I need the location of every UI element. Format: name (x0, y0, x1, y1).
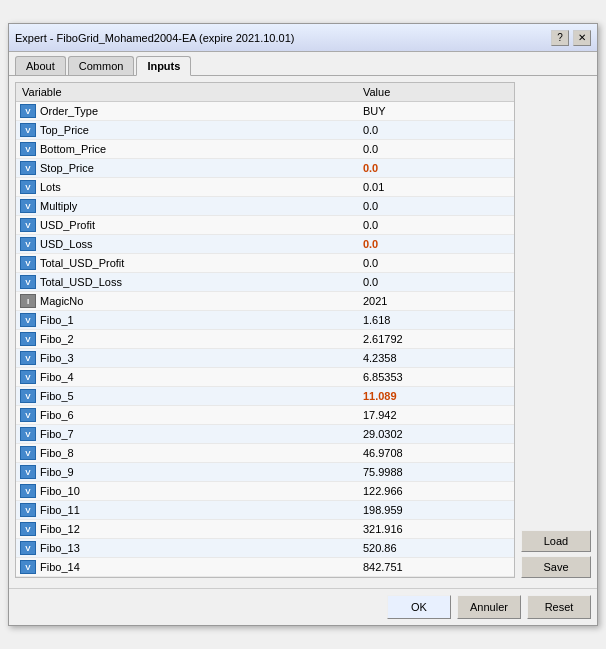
variable-cell: VTotal_USD_Profit (16, 254, 357, 273)
table-row[interactable]: VTotal_USD_Profit0.0 (16, 254, 514, 273)
variable-name: USD_Loss (40, 238, 93, 250)
value-cell: 0.0 (357, 216, 514, 235)
var-icon: V (20, 427, 36, 441)
table-row[interactable]: IMagicNo2021 (16, 292, 514, 311)
table-row[interactable]: VTop_Price0.0 (16, 121, 514, 140)
table-row[interactable]: VFibo_11.618 (16, 311, 514, 330)
variable-name: Fibo_1 (40, 314, 74, 326)
var-icon: V (20, 465, 36, 479)
save-button[interactable]: Save (521, 556, 591, 578)
table-row[interactable]: VFibo_22.61792 (16, 330, 514, 349)
close-button[interactable]: ✕ (573, 30, 591, 46)
table-row[interactable]: VUSD_Loss0.0 (16, 235, 514, 254)
table-row[interactable]: VFibo_511.089 (16, 387, 514, 406)
value-cell: 520.86 (357, 539, 514, 558)
value-cell: 17.942 (357, 406, 514, 425)
variable-name: Fibo_9 (40, 466, 74, 478)
var-icon: V (20, 560, 36, 574)
var-icon: V (20, 541, 36, 555)
value-cell: 0.0 (357, 121, 514, 140)
variable-cell: VFibo_5 (16, 387, 357, 406)
value-cell: 75.9988 (357, 463, 514, 482)
col-value-header: Value (357, 83, 514, 102)
load-button[interactable]: Load (521, 530, 591, 552)
value-cell: 122.966 (357, 482, 514, 501)
main-area: Variable Value VOrder_TypeBUYVTop_Price0… (15, 82, 591, 578)
tab-inputs[interactable]: Inputs (136, 56, 191, 76)
variable-name: Lots (40, 181, 61, 193)
table-row[interactable]: VFibo_975.9988 (16, 463, 514, 482)
inputs-table: Variable Value VOrder_TypeBUYVTop_Price0… (16, 83, 514, 577)
variable-name: Fibo_8 (40, 447, 74, 459)
variable-name: Total_USD_Profit (40, 257, 124, 269)
table-row[interactable]: VStop_Price0.0 (16, 159, 514, 178)
col-variable-header: Variable (16, 83, 357, 102)
table-row[interactable]: VBottom_Price0.0 (16, 140, 514, 159)
table-row[interactable]: VFibo_617.942 (16, 406, 514, 425)
variable-cell: VFibo_2 (16, 330, 357, 349)
variable-name: Fibo_7 (40, 428, 74, 440)
var-icon: V (20, 484, 36, 498)
var-icon: V (20, 522, 36, 536)
table-row[interactable]: VFibo_46.85353 (16, 368, 514, 387)
variable-cell: VUSD_Profit (16, 216, 357, 235)
value-cell: 0.01 (357, 178, 514, 197)
table-row[interactable]: VFibo_12321.916 (16, 520, 514, 539)
tab-common[interactable]: Common (68, 56, 135, 75)
table-row[interactable]: VTotal_USD_Loss0.0 (16, 273, 514, 292)
reset-button[interactable]: Reset (527, 595, 591, 619)
value-cell: 29.0302 (357, 425, 514, 444)
table-row[interactable]: VFibo_13520.86 (16, 539, 514, 558)
variable-cell: VLots (16, 178, 357, 197)
variable-name: Fibo_10 (40, 485, 80, 497)
var-icon: V (20, 446, 36, 460)
variable-name: Fibo_12 (40, 523, 80, 535)
var-icon: V (20, 503, 36, 517)
title-buttons: ? ✕ (551, 30, 591, 46)
var-icon: V (20, 313, 36, 327)
tab-bar: About Common Inputs (9, 52, 597, 76)
value-cell: 1.618 (357, 311, 514, 330)
window-title: Expert - FiboGrid_Mohamed2004-EA (expire… (15, 32, 551, 44)
value-cell: 0.0 (357, 273, 514, 292)
variable-cell: VOrder_Type (16, 102, 357, 121)
var-icon: V (20, 332, 36, 346)
table-row[interactable]: VLots0.01 (16, 178, 514, 197)
var-icon: V (20, 408, 36, 422)
variable-cell: VFibo_1 (16, 311, 357, 330)
variable-cell: VFibo_6 (16, 406, 357, 425)
value-cell: 46.9708 (357, 444, 514, 463)
annuler-button[interactable]: Annuler (457, 595, 521, 619)
table-row[interactable]: VOrder_TypeBUY (16, 102, 514, 121)
ok-button[interactable]: OK (387, 595, 451, 619)
variable-name: Fibo_13 (40, 542, 80, 554)
var-icon: V (20, 389, 36, 403)
var-icon: V (20, 218, 36, 232)
var-icon: V (20, 256, 36, 270)
variable-name: Stop_Price (40, 162, 94, 174)
value-cell: 0.0 (357, 254, 514, 273)
help-button[interactable]: ? (551, 30, 569, 46)
variable-cell: VFibo_3 (16, 349, 357, 368)
variable-name: Fibo_5 (40, 390, 74, 402)
table-row[interactable]: VFibo_34.2358 (16, 349, 514, 368)
variable-name: Fibo_3 (40, 352, 74, 364)
value-cell: 842.751 (357, 558, 514, 577)
table-row[interactable]: VFibo_846.9708 (16, 444, 514, 463)
table-row[interactable]: VFibo_14842.751 (16, 558, 514, 577)
inputs-table-wrapper: Variable Value VOrder_TypeBUYVTop_Price0… (15, 82, 515, 578)
variable-name: Fibo_11 (40, 504, 80, 516)
variable-cell: VFibo_4 (16, 368, 357, 387)
variable-cell: VTotal_USD_Loss (16, 273, 357, 292)
table-row[interactable]: VMultiply0.0 (16, 197, 514, 216)
variable-cell: VTop_Price (16, 121, 357, 140)
var-icon: V (20, 237, 36, 251)
table-row[interactable]: VUSD_Profit0.0 (16, 216, 514, 235)
variable-name: Fibo_14 (40, 561, 80, 573)
table-row[interactable]: VFibo_11198.959 (16, 501, 514, 520)
side-buttons: Load Save (521, 530, 591, 578)
tab-about[interactable]: About (15, 56, 66, 75)
variable-cell: VFibo_14 (16, 558, 357, 577)
table-row[interactable]: VFibo_10122.966 (16, 482, 514, 501)
table-row[interactable]: VFibo_729.0302 (16, 425, 514, 444)
